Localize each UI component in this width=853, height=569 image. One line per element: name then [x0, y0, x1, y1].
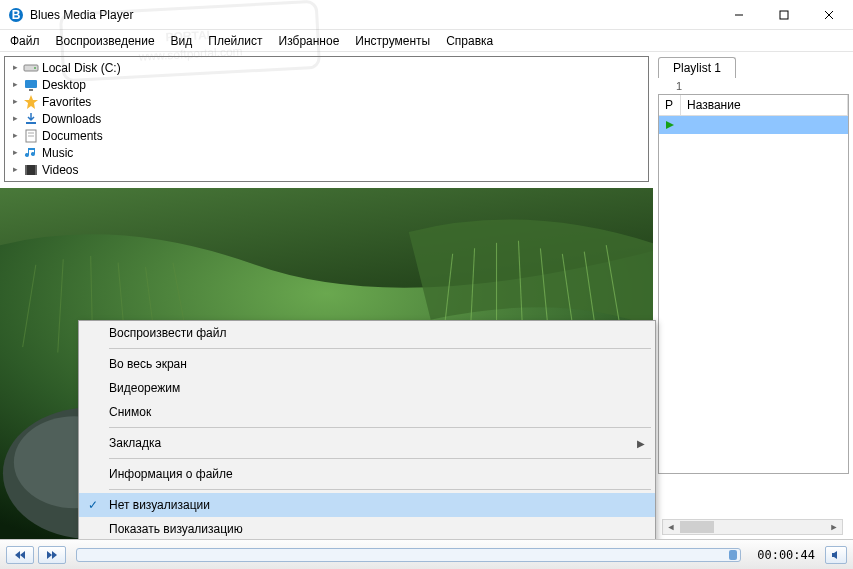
seek-knob[interactable]	[729, 550, 737, 560]
scroll-thumb[interactable]	[680, 521, 714, 533]
playlist-table[interactable]: P Название	[658, 94, 849, 474]
menu-file[interactable]: Файл	[2, 31, 48, 51]
expand-icon[interactable]: ▸	[11, 131, 20, 140]
menu-help[interactable]: Справка	[438, 31, 501, 51]
context-menu: Воспроизвести файл Во весь экран Видеоре…	[78, 320, 656, 569]
expand-icon[interactable]: ▸	[11, 63, 20, 72]
drive-icon	[23, 60, 39, 76]
menu-view[interactable]: Вид	[163, 31, 201, 51]
playlist-col-name[interactable]: Название	[681, 95, 848, 115]
video-icon	[23, 162, 39, 178]
svg-marker-44	[832, 551, 837, 559]
cm-bookmark[interactable]: Закладка▶	[79, 431, 655, 455]
svg-point-10	[34, 67, 36, 69]
menu-playback[interactable]: Воспроизведение	[48, 31, 163, 51]
star-icon	[23, 94, 39, 110]
prev-button[interactable]	[6, 546, 34, 564]
cm-video-mode[interactable]: Видеорежим	[79, 376, 655, 400]
seek-bar[interactable]	[76, 548, 741, 562]
svg-marker-40	[15, 551, 20, 559]
cm-play-file[interactable]: Воспроизвести файл	[79, 321, 655, 345]
svg-rect-19	[25, 165, 27, 175]
svg-marker-13	[24, 95, 38, 109]
minimize-button[interactable]	[716, 0, 761, 29]
svg-rect-14	[26, 122, 36, 124]
file-browser[interactable]: ▸ Local Disk (C:) ▸ Desktop ▸ Favorites …	[4, 56, 649, 182]
close-button[interactable]	[806, 0, 851, 29]
document-icon	[23, 128, 39, 144]
monitor-icon	[23, 77, 39, 93]
expand-icon[interactable]: ▸	[11, 165, 20, 174]
next-button[interactable]	[38, 546, 66, 564]
playlist-count: 1	[658, 78, 849, 94]
svg-rect-20	[35, 165, 37, 175]
cm-no-visual[interactable]: ✓ Нет визуализации	[79, 493, 655, 517]
music-icon	[23, 145, 39, 161]
playlist-col-p[interactable]: P	[659, 95, 681, 115]
svg-marker-42	[47, 551, 52, 559]
playlist-hscroll[interactable]: ◄ ►	[662, 519, 843, 535]
playlist-tab[interactable]: Playlist 1	[658, 57, 736, 78]
transport-bar: 00:00:44	[0, 539, 853, 569]
app-icon: B	[8, 7, 24, 23]
expand-icon[interactable]: ▸	[11, 114, 20, 123]
menu-tools[interactable]: Инструменты	[347, 31, 438, 51]
svg-marker-39	[666, 121, 674, 129]
svg-rect-11	[25, 80, 37, 88]
playlist-row[interactable]	[659, 116, 848, 134]
chevron-right-icon: ▶	[637, 438, 645, 449]
svg-marker-43	[52, 551, 57, 559]
svg-rect-6	[780, 11, 788, 19]
svg-rect-12	[29, 89, 33, 91]
scroll-right-icon[interactable]: ►	[826, 520, 842, 534]
tree-item-videos[interactable]: ▸ Videos	[9, 161, 644, 178]
titlebar: B Blues Media Player	[0, 0, 853, 30]
scroll-left-icon[interactable]: ◄	[663, 520, 679, 534]
tree-item-music[interactable]: ▸ Music	[9, 144, 644, 161]
download-icon	[23, 111, 39, 127]
tree-item-documents[interactable]: ▸ Documents	[9, 127, 644, 144]
tree-item-desktop[interactable]: ▸ Desktop	[9, 76, 644, 93]
expand-icon[interactable]: ▸	[11, 80, 20, 89]
tree-item-local-disk[interactable]: ▸ Local Disk (C:)	[9, 59, 644, 76]
window-title: Blues Media Player	[30, 8, 716, 22]
maximize-button[interactable]	[761, 0, 806, 29]
play-icon	[659, 120, 681, 130]
tree-item-downloads[interactable]: ▸ Downloads	[9, 110, 644, 127]
menubar: Файл Воспроизведение Вид Плейлист Избран…	[0, 30, 853, 52]
check-icon: ✓	[85, 497, 101, 513]
menu-favorites[interactable]: Избранное	[271, 31, 348, 51]
cm-fullscreen[interactable]: Во весь экран	[79, 352, 655, 376]
svg-text:B: B	[12, 8, 21, 22]
playlist-panel: Playlist 1 1 P Название	[653, 52, 853, 539]
expand-icon[interactable]: ▸	[11, 148, 20, 157]
expand-icon[interactable]: ▸	[11, 97, 20, 106]
cm-snapshot[interactable]: Снимок	[79, 400, 655, 424]
cm-show-visual[interactable]: Показать визуализацию	[79, 517, 655, 541]
svg-marker-41	[20, 551, 25, 559]
cm-file-info[interactable]: Информация о файле	[79, 462, 655, 486]
time-display: 00:00:44	[751, 548, 821, 562]
tree-item-favorites[interactable]: ▸ Favorites	[9, 93, 644, 110]
menu-playlist[interactable]: Плейлист	[200, 31, 270, 51]
volume-button[interactable]	[825, 546, 847, 564]
